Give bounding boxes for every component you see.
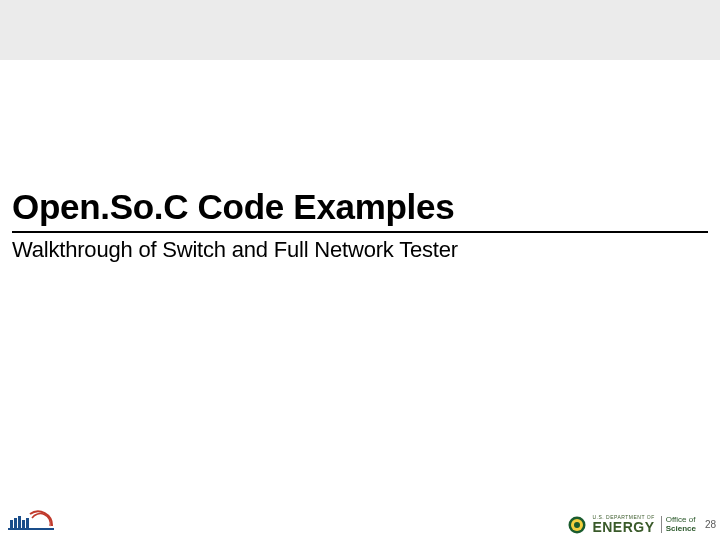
- slide-subtitle: Walkthrough of Switch and Full Network T…: [12, 237, 708, 263]
- doe-logo-block: U.S. DEPARTMENT OF ENERGY Office of Scie…: [568, 515, 696, 534]
- slide: Open.So.C Code Examples Walkthrough of S…: [0, 0, 720, 540]
- doe-line2: ENERGY: [592, 520, 654, 534]
- lab-logo: [8, 506, 54, 534]
- doe-seal-icon: [568, 516, 586, 534]
- top-band: [0, 0, 720, 60]
- footer: U.S. DEPARTMENT OF ENERGY Office of Scie…: [0, 504, 720, 540]
- page-number: 28: [705, 519, 716, 530]
- office-wordmark: Office of Science: [661, 516, 696, 534]
- office-line2: Science: [666, 525, 696, 534]
- doe-wordmark: U.S. DEPARTMENT OF ENERGY: [592, 515, 654, 534]
- slide-title: Open.So.C Code Examples: [12, 187, 708, 233]
- building-icon: [8, 506, 54, 530]
- svg-point-3: [574, 522, 580, 528]
- title-block: Open.So.C Code Examples Walkthrough of S…: [12, 187, 708, 263]
- svg-rect-0: [8, 528, 54, 530]
